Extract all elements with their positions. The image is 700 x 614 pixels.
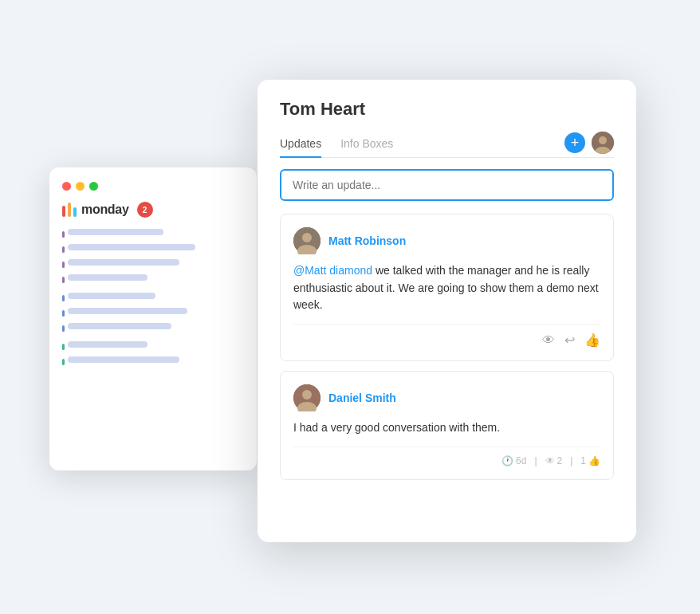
author-name-daniel[interactable]: Daniel Smith [328,392,396,404]
accent-purple [62,246,65,253]
author-row-1: Matt Robinson [293,227,600,254]
monday-logo-text: monday [81,203,129,217]
bg-row-line [62,259,244,270]
bg-row-line [62,341,244,352]
dot-maximize [89,182,98,191]
bg-row-group-blue [62,293,244,333]
notification-bubble: 2 [137,202,153,218]
user-avatar-header [592,132,614,154]
update-panel: Tom Heart Updates Info Boxes + [258,80,636,542]
clock-icon: 🕐 [501,455,513,466]
plus-icon: + [571,136,580,150]
bg-monday-window: monday 2 [49,167,257,470]
reply-icon[interactable]: ↩ [564,333,575,348]
panel-header: Tom Heart Updates Info Boxes + [258,80,636,158]
bg-row-line [62,274,244,285]
bg-row-item [68,229,163,235]
bg-row-line [62,323,244,333]
bg-row-item [68,274,147,281]
dot-close [62,182,71,191]
avatar-matt [293,227,321,254]
bg-row-item [68,244,195,250]
logo-bar-2 [68,203,71,217]
monday-logo-icon [62,203,77,217]
meta-likes: 1 👍 [580,455,600,466]
divider-2 [293,447,600,447]
panel-body: Matt Robinson @Matt diamond we talked wi… [258,158,636,506]
update-text-2: I had a very good conversation with them… [293,419,600,437]
author-row-2: Daniel Smith [293,384,600,411]
accent-green [62,359,65,365]
bg-row-group-green [62,341,244,367]
bg-row-line [62,308,244,318]
like-icon[interactable]: 👍 [584,333,600,348]
accent-purple [62,231,65,238]
avatar-daniel [293,384,321,411]
update-text-1: @Matt diamond we talked with the manager… [293,262,600,314]
bg-row-group-purple [62,229,244,285]
update-card-1: Matt Robinson @Matt diamond we talked wi… [280,214,614,361]
accent-purple [62,277,65,283]
mention-tag[interactable]: @Matt diamond [293,264,372,277]
bg-row-line [62,293,244,303]
panel-title: Tom Heart [280,99,614,120]
author-name-matt[interactable]: Matt Robinson [328,234,406,247]
update-actions-1: 👁 ↩ 👍 [293,333,600,348]
accent-purple [62,262,65,268]
logo-bar-1 [62,206,65,217]
svg-point-4 [302,233,312,242]
update-card-2: Daniel Smith I had a very good conversat… [280,371,614,480]
update-input[interactable] [280,169,614,201]
bg-row-line [62,229,244,239]
meta-time: 🕐 6d [501,455,526,466]
monday-logo: monday 2 [62,202,244,218]
add-update-button[interactable]: + [564,132,585,153]
svg-point-1 [599,136,607,144]
like-icon-meta: 👍 [588,455,600,466]
accent-blue [62,325,65,332]
bg-row-item [68,308,187,314]
bg-row-item [68,341,147,348]
accent-blue [62,295,65,301]
dot-minimize [76,182,85,191]
logo-bar-3 [73,207,77,217]
tab-info-boxes[interactable]: Info Boxes [340,131,393,158]
bg-row-item [68,356,179,363]
update-meta-2: 🕐 6d | 👁 2 | 1 👍 [293,455,600,466]
bg-row-item [68,293,155,299]
bg-row-item [68,323,171,329]
tab-actions: + [564,132,614,157]
bg-row-line [62,244,244,254]
meta-views: 👁 2 [545,455,563,466]
bg-row-item [68,259,179,266]
accent-green [62,344,65,350]
tab-updates[interactable]: Updates [280,131,321,158]
window-titlebar [62,182,244,191]
panel-tabs: Updates Info Boxes + [280,131,614,158]
divider-1 [293,324,600,325]
svg-point-7 [302,390,312,399]
view-icon[interactable]: 👁 [542,333,555,348]
eye-icon-meta: 👁 [545,455,555,466]
accent-blue [62,310,65,317]
bg-row-line [62,356,244,367]
